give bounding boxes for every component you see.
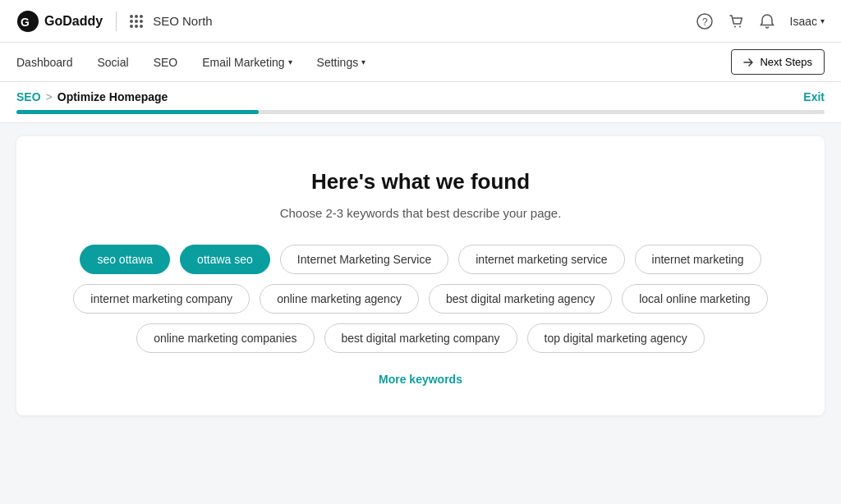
progress-bar-container [0, 110, 841, 122]
top-nav-left: G GoDaddy SEO North [16, 10, 213, 33]
keyword-chip[interactable]: top digital marketing agency [527, 323, 705, 353]
keyword-chip[interactable]: seo ottawa [80, 245, 170, 274]
progress-bar-fill [16, 110, 259, 114]
nav-email-marketing[interactable]: Email Marketing ▾ [202, 44, 292, 80]
brand-name: GoDaddy [44, 14, 103, 29]
svg-text:G: G [21, 16, 30, 29]
grid-icon[interactable] [130, 15, 143, 28]
keyword-chip[interactable]: internet marketing company [73, 284, 250, 314]
keyword-chip[interactable]: internet marketing [635, 245, 761, 274]
breadcrumb-seo-link[interactable]: SEO [16, 90, 41, 103]
svg-text:?: ? [702, 16, 708, 28]
progress-bar-track [16, 110, 825, 114]
keyword-chip[interactable]: ottawa seo [180, 245, 270, 274]
breadcrumb: SEO > Optimize Homepage [16, 90, 168, 110]
user-name: Isaac [790, 15, 817, 28]
main-content: Here's what we found Choose 2-3 keywords… [0, 123, 841, 432]
keyword-chip[interactable]: online marketing companies [136, 323, 314, 353]
breadcrumb-bar: SEO > Optimize Homepage Exit [0, 82, 841, 110]
keyword-chip[interactable]: internet marketing service [458, 245, 624, 274]
next-steps-button[interactable]: Next Steps [731, 49, 825, 75]
second-nav-links: Dashboard Social SEO Email Marketing ▾ S… [16, 44, 365, 80]
keyword-chip[interactable]: best digital marketing company [324, 323, 517, 353]
content-card: Here's what we found Choose 2-3 keywords… [16, 136, 825, 415]
cart-icon[interactable] [728, 13, 744, 30]
exit-link[interactable]: Exit [803, 90, 825, 110]
top-nav: G GoDaddy SEO North ? [0, 0, 841, 43]
user-menu[interactable]: Isaac ▾ [790, 15, 825, 28]
svg-point-4 [734, 25, 736, 27]
second-nav: Dashboard Social SEO Email Marketing ▾ S… [0, 43, 841, 82]
email-chevron-icon: ▾ [288, 57, 292, 66]
nav-dashboard[interactable]: Dashboard [16, 44, 73, 80]
breadcrumb-separator: > [46, 90, 53, 103]
nav-seo[interactable]: SEO [154, 44, 178, 80]
godaddy-logo[interactable]: G GoDaddy [16, 10, 103, 33]
svg-point-5 [739, 25, 741, 27]
keyword-chip[interactable]: online marketing agency [260, 284, 419, 314]
nav-social[interactable]: Social [98, 44, 129, 80]
breadcrumb-current: Optimize Homepage [57, 90, 168, 103]
keyword-chip[interactable]: local online marketing [622, 284, 767, 314]
card-title: Here's what we found [41, 169, 800, 195]
nav-settings[interactable]: Settings ▾ [317, 44, 366, 80]
settings-chevron-icon: ▾ [361, 57, 365, 66]
keywords-grid: seo ottawaottawa seoInternet Marketing S… [41, 245, 800, 353]
card-subtitle: Choose 2-3 keywords that best describe y… [41, 206, 800, 220]
site-name: SEO North [153, 14, 213, 28]
keyword-chip[interactable]: best digital marketing agency [429, 284, 612, 314]
keyword-chip[interactable]: Internet Marketing Service [280, 245, 448, 274]
next-steps-icon [743, 57, 755, 68]
bell-icon[interactable] [759, 13, 775, 30]
nav-divider [116, 11, 117, 31]
help-icon[interactable]: ? [696, 13, 713, 30]
top-nav-right: ? Isaac ▾ [696, 13, 825, 30]
user-chevron-icon: ▾ [820, 16, 825, 25]
more-keywords-link[interactable]: More keywords [379, 373, 462, 386]
